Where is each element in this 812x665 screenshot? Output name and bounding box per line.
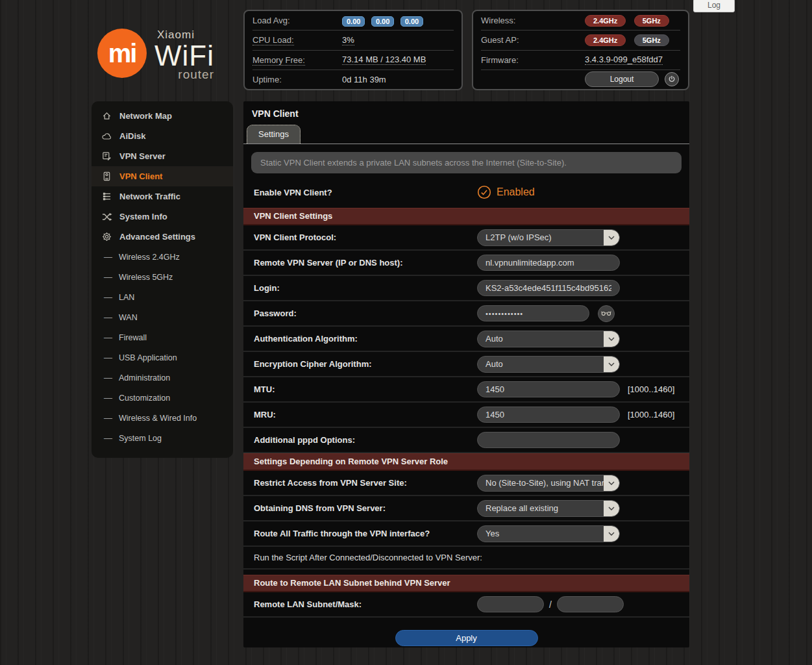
auth-algorithm-select[interactable]: Auto: [477, 331, 620, 347]
load-avg-badge-2: 0.00: [371, 16, 394, 27]
remote-server-input[interactable]: [477, 255, 620, 271]
sidebar-subitem-wan[interactable]: —WAN: [92, 307, 233, 327]
page-title: VPN Client: [243, 101, 689, 120]
sidebar-subitem-wireless-wired-info[interactable]: —Wireless & Wired Info: [92, 408, 233, 428]
mru-input[interactable]: [477, 407, 620, 423]
remote-lan-subnet-input[interactable]: [477, 596, 544, 612]
network-traffic-icon: [101, 192, 112, 201]
guest-ap-label: Guest AP:: [481, 35, 585, 45]
cipher-algorithm-select[interactable]: Auto: [477, 356, 620, 373]
dash-icon: —: [104, 332, 112, 342]
dash-icon: —: [104, 292, 112, 302]
show-password-button[interactable]: [598, 305, 615, 322]
form-row-password: Password:: [243, 301, 689, 327]
guest-24ghz-badge[interactable]: 2.4GHz: [585, 34, 626, 46]
memory-free-value[interactable]: 73.14 MB / 123.40 MB: [342, 55, 426, 65]
logout-button[interactable]: Logout: [585, 71, 659, 87]
sidebar-subitem-system-log[interactable]: —System Log: [92, 428, 233, 448]
sidebar-item-vpn-server[interactable]: VPN Server: [92, 146, 233, 166]
dash-icon: —: [104, 252, 112, 262]
cpu-load-label-link[interactable]: CPU Load:: [252, 35, 294, 45]
form-row-route-all-traffic: Route All Traffic through the VPN interf…: [243, 521, 689, 547]
sidebar-item-label: Network Map: [119, 111, 172, 121]
login-label: Login:: [254, 283, 477, 293]
home-icon: [101, 111, 112, 121]
sidebar-item-aidisk[interactable]: AiDisk: [92, 126, 233, 146]
mtu-input[interactable]: [477, 381, 620, 397]
sidebar-subitem-customization[interactable]: —Customization: [92, 388, 233, 408]
sidebar-subitem-lan[interactable]: —LAN: [92, 287, 233, 307]
wireless-label: Wireless:: [481, 16, 585, 25]
auth-algorithm-select-value: Auto: [486, 334, 503, 344]
power-button[interactable]: [665, 72, 679, 86]
apply-button[interactable]: Apply: [395, 630, 538, 646]
password-input[interactable]: [477, 305, 589, 321]
vpn-client-icon: [101, 171, 112, 181]
firmware-value[interactable]: 3.4.3.9-099_e58fdd7: [585, 55, 663, 65]
password-label: Password:: [254, 308, 477, 318]
sidebar-subitem-label: Wireless 2.4GHz: [119, 253, 180, 262]
tab-settings[interactable]: Settings: [247, 125, 301, 144]
cipher-algorithm-label: Encryption Cipher Algorithm:: [254, 359, 477, 369]
glasses-icon: [601, 310, 611, 316]
obtaining-dns-select[interactable]: Replace all existing: [477, 500, 620, 517]
sidebar-item-label: VPN Client: [119, 171, 162, 181]
cpu-load-label: CPU Load:: [252, 35, 342, 45]
protocol-label: VPN Client Protocol:: [254, 232, 477, 242]
script-row-label: Run the Script After Connected/Disconnec…: [243, 547, 689, 570]
check-circle-icon: [477, 185, 491, 199]
sidebar-subitem-firewall[interactable]: —Firewall: [92, 327, 233, 347]
firmware-label: Firmware:: [481, 55, 585, 65]
sidebar-item-system-info[interactable]: System Info: [92, 207, 233, 227]
load-avg-badge-1: 0.00: [342, 16, 365, 27]
chevron-down-icon: [604, 331, 619, 347]
form-row-remote-server: Remote VPN Server (IP or DNS host):: [243, 251, 689, 276]
guest-5ghz-badge[interactable]: 5GHz: [634, 34, 669, 46]
obtaining-dns-select-value: Replace all existing: [486, 503, 558, 513]
guest-ap-badges: 2.4GHz 5GHz: [585, 34, 674, 46]
log-button[interactable]: Log: [693, 0, 735, 12]
sidebar-subitem-usb-application[interactable]: —USB Application: [92, 347, 233, 368]
sidebar-item-network-map[interactable]: Network Map: [92, 106, 233, 126]
uptime-row: Uptime: 0d 11h 39m: [252, 69, 454, 89]
form-row-cipher-algorithm: Encryption Cipher Algorithm: Auto: [243, 352, 689, 377]
app-logo: mi Xiaomi WiFi router: [97, 29, 214, 82]
mtu-label: MTU:: [254, 384, 477, 394]
dash-icon: —: [104, 272, 112, 282]
mi-logo-icon: mi: [97, 29, 147, 78]
sidebar-subitem-wireless-5ghz[interactable]: —Wireless 5GHz: [92, 267, 233, 287]
sidebar-subitem-label: Wireless 5GHz: [119, 273, 173, 282]
remote-lan-mask-input[interactable]: [557, 596, 624, 612]
login-input[interactable]: [477, 280, 620, 296]
cpu-load-row: CPU Load: 3%: [252, 30, 454, 49]
wireless-5ghz-badge[interactable]: 5GHz: [634, 15, 669, 27]
sidebar-item-network-traffic[interactable]: Network Traffic: [92, 186, 233, 207]
subnet-mask-separator: /: [549, 599, 552, 610]
restrict-access-select[interactable]: No (Site-to-Site), using NAT trans: [477, 475, 620, 492]
memory-free-label-link[interactable]: Memory Free:: [252, 55, 305, 66]
sidebar-subitem-wireless-24ghz[interactable]: —Wireless 2.4GHz: [92, 247, 233, 267]
enable-vpn-status: Enabled: [497, 186, 535, 198]
form-row-mtu: MTU: [1000..1460]: [243, 377, 689, 403]
form-row-obtaining-dns: Obtaining DNS from VPN Server: Replace a…: [243, 496, 689, 521]
sidebar-subitem-label: Wireless & Wired Info: [119, 414, 197, 423]
sidebar-item-advanced-settings[interactable]: Advanced Settings: [92, 227, 233, 247]
restrict-access-label: Restrict Access from VPN Server Site:: [254, 478, 477, 488]
enable-vpn-toggle[interactable]: Enabled: [477, 185, 535, 199]
route-all-traffic-select[interactable]: Yes: [477, 525, 620, 542]
sidebar-item-vpn-client[interactable]: VPN Client: [92, 166, 233, 186]
protocol-select[interactable]: L2TP (w/o IPSec): [477, 229, 620, 246]
sidebar-subitem-administration[interactable]: —Administration: [92, 368, 233, 388]
wireless-24ghz-badge[interactable]: 2.4GHz: [585, 15, 626, 27]
cloud-icon: [101, 132, 112, 140]
cpu-load-value[interactable]: 3%: [342, 35, 354, 45]
mru-range-hint: [1000..1460]: [628, 410, 674, 420]
sidebar-subitem-label: Firewall: [119, 333, 147, 342]
pppd-options-input[interactable]: [477, 432, 620, 448]
mtu-range-hint: [1000..1460]: [628, 384, 674, 394]
load-avg-row: Load Avg: 0.00 0.00 0.00: [252, 11, 454, 30]
section-remote-lan-route: Route to Remote LAN Subnet behind VPN Se…: [243, 575, 689, 592]
sidebar-item-label: Network Traffic: [119, 192, 180, 201]
gear-icon: [101, 232, 112, 242]
logo-sub: router: [178, 68, 214, 82]
